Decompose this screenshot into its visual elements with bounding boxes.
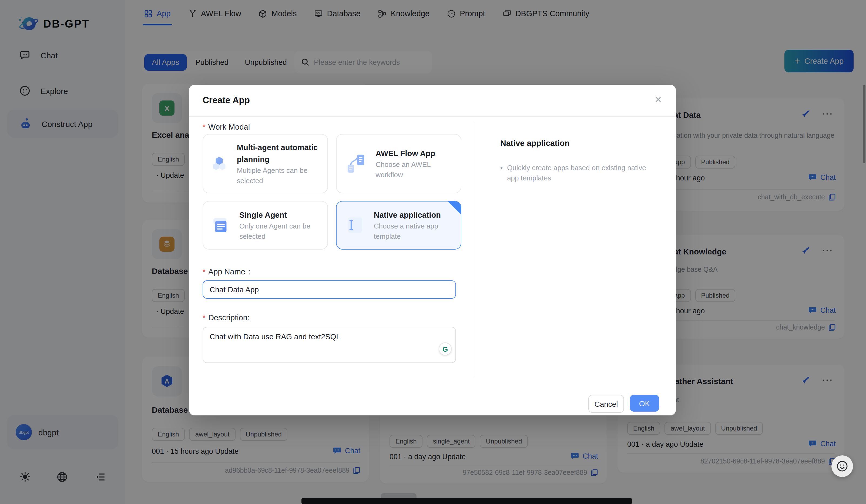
selected-corner-badge (448, 201, 461, 214)
modal-vertical-divider (474, 123, 474, 377)
option-title: Single Agent (239, 209, 320, 221)
option-desc: Choose a native app template (374, 221, 453, 242)
native-app-icon (344, 212, 366, 238)
app-name-label: *App Name： (203, 267, 253, 277)
required-mark: * (203, 267, 206, 276)
app-name-input[interactable] (203, 280, 456, 299)
modal-header-divider (189, 116, 676, 117)
app-root: DB-GPT Chat Ex (0, 0, 866, 504)
bullet-icon: • (500, 163, 503, 183)
cancel-button[interactable]: Cancel (588, 395, 624, 413)
option-title: Native application (374, 209, 453, 221)
single-agent-icon (211, 212, 232, 238)
option-title: Multi-agent automatic planning (237, 142, 320, 165)
option-desc: Choose an AWEL workflow (376, 159, 453, 180)
work-modal-label: *Work Modal (203, 123, 250, 131)
option-single-agent[interactable]: Single Agent Only one Agent can be selec… (203, 201, 328, 249)
option-native-application[interactable]: Native application Choose a native app t… (336, 201, 462, 249)
detail-title: Native application (500, 138, 570, 147)
required-mark: * (203, 123, 206, 131)
description-textarea[interactable]: Chat with Data use RAG and text2SQL (203, 327, 456, 363)
smiley-icon (835, 459, 849, 473)
description-label: *Description: (203, 313, 249, 322)
awel-flow-icon (344, 151, 368, 177)
ok-button[interactable]: OK (630, 395, 659, 412)
option-awel-flow[interactable]: AWEL Flow App Choose an AWEL workflow (336, 134, 462, 193)
modal-title: Create App (203, 95, 250, 105)
option-desc: Multiple Agents can be selected (237, 165, 320, 186)
create-app-modal: Create App ✕ *Work Modal Multi-agent aut… (189, 85, 676, 415)
grammarly-icon[interactable]: G (439, 343, 452, 356)
required-mark: * (203, 313, 206, 322)
option-title: AWEL Flow App (376, 147, 453, 159)
option-desc: Only one Agent can be selected (239, 221, 320, 242)
close-icon[interactable]: ✕ (655, 94, 662, 105)
option-multi-agent[interactable]: Multi-agent automatic planning Multiple … (203, 134, 328, 193)
feedback-smiley-button[interactable] (831, 455, 853, 477)
multi-agent-icon (211, 151, 229, 177)
detail-bullet: • Quickly create apps based on existing … (500, 163, 658, 183)
